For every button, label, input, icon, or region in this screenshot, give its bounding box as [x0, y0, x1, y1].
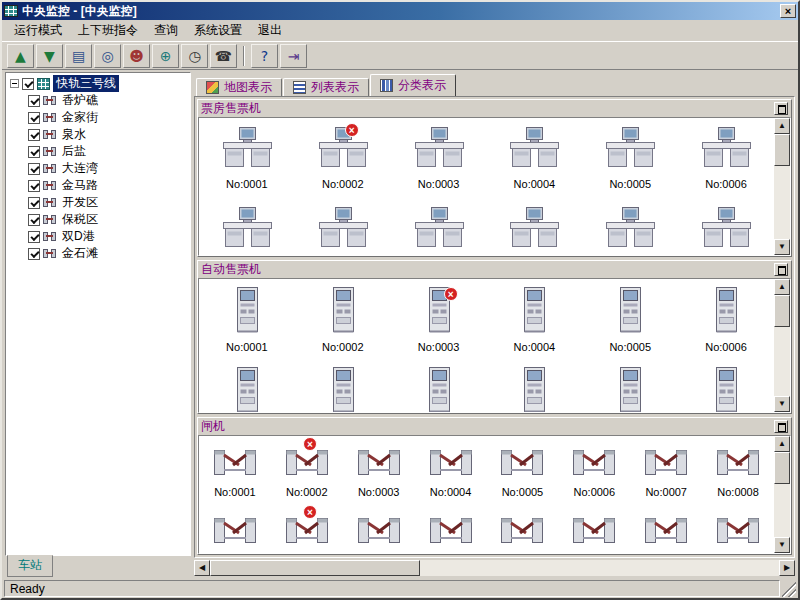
tab-list[interactable]: 列表表示 — [283, 78, 369, 96]
device-item[interactable] — [295, 198, 391, 255]
checkbox-checked-icon[interactable] — [28, 112, 40, 124]
device-item[interactable]: No:0004 — [486, 279, 582, 359]
toolbar-phone-button[interactable]: ☎ — [210, 44, 237, 68]
panel-maximize-button[interactable] — [774, 263, 788, 276]
device-item[interactable] — [391, 359, 487, 412]
device-item[interactable] — [678, 359, 774, 412]
tree-item-0[interactable]: 香炉礁 — [6, 92, 190, 109]
scroll-up-button[interactable]: ▲ — [774, 436, 790, 452]
toolbar-report-button[interactable]: ▤ — [65, 44, 92, 68]
tree-item-9[interactable]: 金石滩 — [6, 245, 190, 262]
device-item[interactable]: No:0006 — [558, 436, 630, 504]
vertical-scrollbar[interactable]: ▲▼ — [774, 436, 790, 553]
checkbox-checked-icon[interactable] — [28, 180, 40, 192]
checkbox-checked-icon[interactable] — [28, 146, 40, 158]
device-item[interactable]: ×No:0010 — [271, 504, 343, 553]
checkbox-checked-icon[interactable] — [28, 197, 40, 209]
device-item[interactable]: ×No:0002 — [295, 118, 391, 198]
scroll-up-button[interactable]: ▲ — [774, 118, 790, 134]
tree-item-8[interactable]: 双D港 — [6, 228, 190, 245]
device-item[interactable]: No:0015 — [630, 504, 702, 553]
device-item[interactable]: No:0001 — [199, 436, 271, 504]
tree-item-2[interactable]: 泉水 — [6, 126, 190, 143]
device-item[interactable] — [486, 359, 582, 412]
tree-root[interactable]: 快轨三号线 — [6, 75, 190, 92]
menu-item-1[interactable]: 上下班指令 — [70, 20, 146, 41]
close-button[interactable]: × — [780, 4, 796, 18]
tab-station[interactable]: 车站 — [7, 555, 53, 577]
device-item[interactable]: No:0016 — [702, 504, 774, 553]
toolbar-network-button[interactable]: ⊕ — [152, 44, 179, 68]
checkbox-checked-icon[interactable] — [22, 78, 34, 90]
device-item[interactable]: No:0009 — [199, 504, 271, 553]
toolbar-shift-start-button[interactable]: ▲ — [7, 44, 34, 68]
checkbox-checked-icon[interactable] — [28, 214, 40, 226]
panel-maximize-button[interactable] — [774, 420, 788, 433]
device-item[interactable]: No:0001 — [199, 279, 295, 359]
menu-item-2[interactable]: 查询 — [146, 20, 186, 41]
scroll-thumb[interactable] — [774, 295, 790, 327]
toolbar-users-button[interactable]: ☻ — [123, 44, 150, 68]
scroll-thumb[interactable] — [210, 560, 420, 576]
device-item[interactable] — [199, 359, 295, 412]
device-item[interactable]: No:0003 — [391, 118, 487, 198]
resize-grip[interactable] — [782, 580, 796, 597]
scroll-left-button[interactable]: ◀ — [194, 560, 210, 576]
tab-map[interactable]: 地图表示 — [196, 78, 282, 96]
scroll-down-button[interactable]: ▼ — [774, 396, 790, 412]
menu-item-4[interactable]: 退出 — [250, 20, 290, 41]
device-item[interactable]: No:0005 — [487, 436, 559, 504]
toolbar-search-button[interactable]: ◎ — [94, 44, 121, 68]
device-item[interactable] — [391, 198, 487, 255]
checkbox-checked-icon[interactable] — [28, 248, 40, 260]
toolbar-help-button[interactable]: ? — [251, 44, 278, 68]
device-item[interactable]: No:0005 — [582, 118, 678, 198]
tree-item-3[interactable]: 后盐 — [6, 143, 190, 160]
menu-item-0[interactable]: 运行模式 — [6, 20, 70, 41]
tree-item-5[interactable]: 金马路 — [6, 177, 190, 194]
device-item[interactable]: No:0006 — [678, 118, 774, 198]
tree-item-1[interactable]: 金家街 — [6, 109, 190, 126]
scroll-down-button[interactable]: ▼ — [774, 537, 790, 553]
tree-item-7[interactable]: 保税区 — [6, 211, 190, 228]
tree-item-6[interactable]: 开发区 — [6, 194, 190, 211]
panel-maximize-button[interactable] — [774, 102, 788, 115]
device-item[interactable]: No:0004 — [415, 436, 487, 504]
device-item[interactable]: No:0008 — [702, 436, 774, 504]
device-item[interactable]: No:0011 — [343, 504, 415, 553]
toolbar-shift-end-button[interactable]: ▼ — [36, 44, 63, 68]
device-item[interactable] — [678, 198, 774, 255]
tab-category[interactable]: 分类表示 — [370, 74, 456, 96]
checkbox-checked-icon[interactable] — [28, 231, 40, 243]
device-item[interactable]: No:0003 — [343, 436, 415, 504]
device-item[interactable]: No:0002 — [295, 279, 391, 359]
device-item[interactable]: No:0005 — [582, 279, 678, 359]
toolbar-clock-button[interactable]: ◷ — [181, 44, 208, 68]
scroll-up-button[interactable]: ▲ — [774, 279, 790, 295]
scroll-down-button[interactable]: ▼ — [774, 239, 790, 255]
horizontal-scrollbar[interactable]: ◀ ▶ — [194, 560, 795, 576]
tree-item-4[interactable]: 大连湾 — [6, 160, 190, 177]
vertical-scrollbar[interactable]: ▲▼ — [774, 118, 790, 255]
device-item[interactable]: No:0014 — [558, 504, 630, 553]
tree-expander-icon[interactable] — [10, 79, 19, 88]
menu-item-3[interactable]: 系统设置 — [186, 20, 250, 41]
device-item[interactable] — [199, 198, 295, 255]
device-item[interactable]: No:0001 — [199, 118, 295, 198]
toolbar-exit-button[interactable]: ⇥ — [280, 44, 307, 68]
checkbox-checked-icon[interactable] — [28, 163, 40, 175]
scroll-thumb[interactable] — [774, 452, 790, 484]
checkbox-checked-icon[interactable] — [28, 95, 40, 107]
device-item[interactable]: No:0004 — [486, 118, 582, 198]
device-item[interactable]: No:0007 — [630, 436, 702, 504]
vertical-scrollbar[interactable]: ▲▼ — [774, 279, 790, 412]
checkbox-checked-icon[interactable] — [28, 129, 40, 141]
device-item[interactable]: No:0013 — [487, 504, 559, 553]
device-item[interactable] — [582, 359, 678, 412]
device-item[interactable] — [582, 198, 678, 255]
device-item[interactable]: ×No:0002 — [271, 436, 343, 504]
device-item[interactable]: No:0006 — [678, 279, 774, 359]
device-item[interactable] — [486, 198, 582, 255]
scroll-right-button[interactable]: ▶ — [779, 560, 795, 576]
scroll-thumb[interactable] — [774, 134, 790, 166]
